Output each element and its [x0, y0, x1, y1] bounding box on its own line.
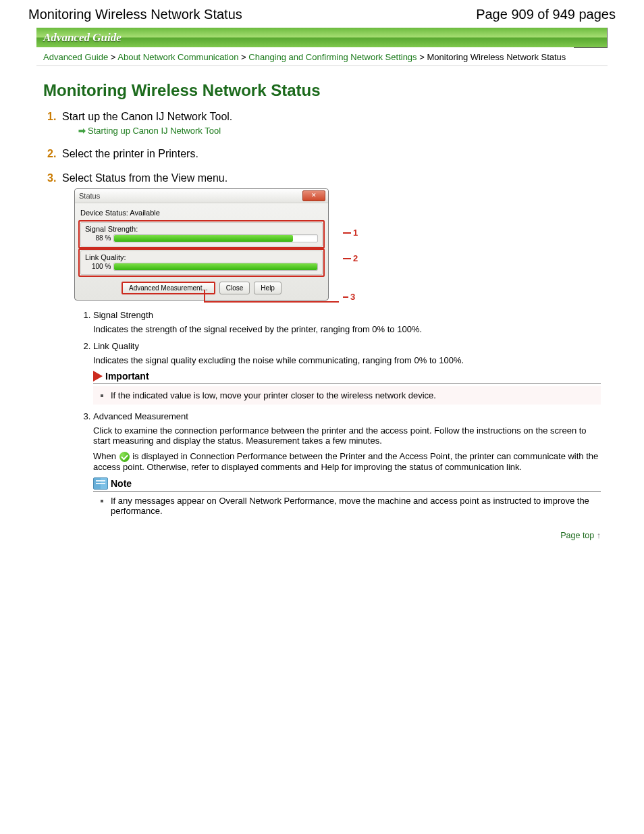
step-2: Select the printer in Printers. [43, 148, 601, 160]
link-starting-up-canon-ij-network-tool[interactable]: Starting up Canon IJ Network Tool [88, 126, 221, 136]
status-dialog-title: Status [79, 192, 100, 200]
status-dialog-titlebar: Status ✕ [75, 189, 328, 203]
signal-strength-value: 88 % [85, 234, 111, 242]
important-box: Important If the indicated value is low,… [93, 371, 601, 405]
important-title: Important [105, 371, 149, 382]
link-quality-value: 100 % [85, 263, 111, 270]
steps-list: Start up the Canon IJ Network Tool. ➡Sta… [43, 111, 601, 519]
page-top-link[interactable]: Page top ↑ [43, 531, 601, 540]
callout-3: 3 [350, 292, 355, 302]
signal-strength-bar [113, 234, 318, 242]
breadcrumb: Advanced Guide > About Network Communica… [36, 47, 608, 66]
signal-strength-label: Signal Strength: [85, 225, 318, 233]
status-dialog: Status ✕ Device Status: Available Signal… [74, 188, 329, 301]
breadcrumb-link-changing-confirming-network-settings[interactable]: Changing and Confirming Network Settings [248, 52, 417, 62]
link-quality-group: Link Quality: 100 % [80, 251, 323, 275]
step-1-sublink: ➡Starting up Canon IJ Network Tool [62, 123, 601, 136]
page-title-left: Monitoring Wireless Network Status [28, 7, 242, 22]
note-text: If any messages appear on Overall Networ… [111, 496, 589, 516]
explain-3-body2: When is displayed in Connection Performa… [93, 451, 601, 472]
arrow-icon: ➡ [78, 126, 86, 136]
checkmark-icon [119, 452, 130, 462]
close-icon[interactable]: ✕ [302, 190, 325, 201]
breadcrumb-link-advanced-guide[interactable]: Advanced Guide [43, 52, 108, 62]
status-dialog-buttons: Advanced Measurement... Close Help [80, 282, 323, 294]
callout-2: 2 [353, 253, 358, 263]
close-button[interactable]: Close [219, 282, 250, 294]
status-dialog-screenshot: Status ✕ Device Status: Available Signal… [74, 188, 601, 301]
link-quality-label: Link Quality: [85, 253, 318, 261]
section-banner: Advanced Guide [36, 28, 608, 47]
step-3-text: Select Status from the View menu. [62, 172, 227, 184]
note-title: Note [111, 478, 132, 489]
explain-3-body: Click to examine the connection performa… [93, 425, 601, 446]
explain-list: Signal Strength Indicates the strength o… [62, 310, 601, 519]
important-icon [93, 371, 103, 382]
step-3: Select Status from the View menu. Status… [43, 172, 601, 519]
explain-2: Link Quality Indicates the signal qualit… [93, 341, 601, 405]
explain-3: Advanced Measurement Click to examine th… [93, 411, 601, 519]
step-1: Start up the Canon IJ Network Tool. ➡Sta… [43, 111, 601, 136]
explain-1: Signal Strength Indicates the strength o… [93, 310, 601, 334]
explain-2-body: Indicates the signal quality excluding t… [93, 355, 601, 365]
breadcrumb-sep: > [419, 52, 427, 62]
explain-1-heading: Signal Strength [93, 310, 153, 320]
note-icon [93, 477, 108, 490]
up-arrow-icon: ↑ [597, 531, 601, 540]
device-status-text: Device Status: Available [80, 207, 323, 218]
breadcrumb-sep: > [241, 52, 248, 62]
page-counter: Page 909 of 949 pages [476, 7, 616, 22]
help-button[interactable]: Help [254, 282, 281, 294]
explain-1-body: Indicates the strength of the signal rec… [93, 324, 601, 334]
breadcrumb-link-about-network-communication[interactable]: About Network Communication [117, 52, 238, 62]
breadcrumb-current: Monitoring Wireless Network Status [427, 52, 566, 62]
step-1-text: Start up the Canon IJ Network Tool. [62, 111, 232, 122]
explain-3-heading: Advanced Measurement [93, 411, 188, 421]
signal-strength-group: Signal Strength: 88 % [80, 222, 323, 246]
step-2-text: Select the printer in Printers. [62, 148, 198, 159]
advanced-measurement-button[interactable]: Advanced Measurement... [122, 282, 215, 294]
header: Monitoring Wireless Network Status Page … [28, 4, 616, 28]
breadcrumb-sep: > [111, 52, 118, 62]
explain-2-heading: Link Quality [93, 341, 139, 351]
article-title: Monitoring Wireless Network Status [43, 81, 601, 100]
callout-1: 1 [353, 228, 358, 238]
link-quality-bar [113, 263, 318, 271]
note-box: Note If any messages appear on Overall N… [93, 477, 601, 519]
important-text: If the indicated value is low, move your… [111, 390, 436, 400]
